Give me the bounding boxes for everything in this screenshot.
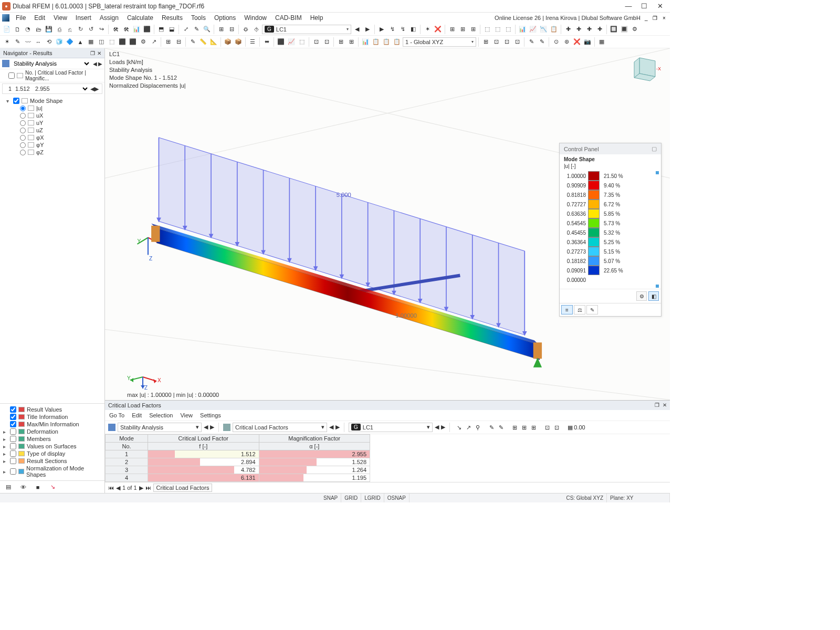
toolbar1-tail-18[interactable]: 📉 (539, 25, 548, 34)
mode-option-uy[interactable]: uY (2, 119, 102, 127)
analysis-next-button[interactable]: ▶ (98, 61, 102, 67)
results-menu-selection[interactable]: Selection (149, 412, 173, 418)
toolbar1-tail-5[interactable]: ✶ (423, 25, 432, 34)
toolbar1-tail-14[interactable]: ⬚ (503, 25, 513, 34)
toolbar2-tail-12[interactable]: 📷 (583, 37, 592, 47)
pager-last[interactable]: ⏭ (145, 485, 151, 491)
table-row[interactable]: 22.8941.528 (106, 458, 370, 466)
toolbar2-button-41[interactable]: 📋 (371, 37, 381, 47)
display-option-normalization-of-mode-shapes[interactable]: ▸Normalization of Mode Shapes (2, 465, 102, 478)
toolbar1-button-4[interactable]: 💾 (44, 25, 54, 34)
display-check[interactable] (10, 468, 16, 475)
toolbar1-tail-9[interactable]: ⊞ (458, 25, 467, 34)
control-panel-close-button[interactable]: ▢ (652, 145, 657, 152)
mode-selector-row[interactable]: 1 1.512 2.955 ◀▶ (2, 83, 102, 94)
navigator-close-button[interactable]: ✕ (97, 50, 101, 56)
mode-option-z[interactable]: φZ (2, 149, 102, 156)
mdi-restore-button[interactable]: ❐ (652, 14, 659, 22)
toolbar2-button-9[interactable]: ◫ (97, 37, 106, 47)
results-tool-0[interactable]: ↘ (454, 423, 464, 432)
display-option-values-on-surfaces[interactable]: ▸Values on Surfaces (2, 443, 102, 450)
toolbar1-tail-2[interactable]: ↯ (398, 25, 407, 34)
rp-lc-prev[interactable]: ◀ (435, 424, 439, 430)
mode-option-ux[interactable]: uX (2, 112, 102, 119)
toolbar1-button-6[interactable]: ⎌ (65, 25, 75, 34)
toolbar1-button-17[interactable]: ⬓ (167, 25, 176, 34)
toolbar2-button-1[interactable]: ✎ (13, 37, 22, 47)
toolbar2-button-24[interactable]: 📦 (234, 37, 243, 47)
results-tool-15[interactable]: 0.00 (575, 423, 584, 432)
toolbar1-button-3[interactable]: 🗁 (34, 25, 43, 34)
maximize-button[interactable]: ☐ (636, 1, 652, 12)
toolbar1-button-27[interactable]: ⯑ (251, 25, 261, 34)
toolbar2-tail-6[interactable]: ✎ (527, 37, 536, 47)
mode-option-uz[interactable]: uZ (2, 127, 102, 134)
mode-next-button[interactable]: ▶ (94, 86, 99, 92)
toolbar2-button-7[interactable]: ▲ (76, 37, 85, 47)
display-check[interactable] (10, 414, 16, 420)
toolbar1-button-20[interactable]: ✎ (192, 25, 201, 34)
toolbar2-button-17[interactable]: ⊟ (174, 37, 183, 47)
rp-analysis-dropdown[interactable]: Stability Analysis▾ (118, 423, 202, 432)
toolbar2-tail-3[interactable]: ⊡ (502, 37, 511, 47)
menu-assign[interactable]: Assign (96, 13, 123, 23)
toolbar1-tail-26[interactable]: 🔲 (609, 25, 618, 34)
toolbar1-tail-28[interactable]: ⚙ (630, 25, 639, 34)
legend-apply-button[interactable]: ◧ (648, 291, 659, 301)
toolbar1-button-8[interactable]: ↺ (86, 25, 96, 34)
minimize-button[interactable]: — (621, 1, 636, 12)
results-tool-12[interactable]: ⊡ (552, 423, 561, 432)
mdi-close-button[interactable]: × (660, 14, 668, 22)
toolbar2-button-26[interactable]: ☰ (248, 37, 257, 47)
toolbar2-button-3[interactable]: ↔ (34, 37, 43, 47)
toolbar1-tail-10[interactable]: ⊞ (468, 25, 478, 34)
pager-first[interactable]: ⏮ (108, 485, 114, 491)
toolbar1-tail-6[interactable]: ❌ (433, 25, 443, 34)
results-tool-5[interactable]: ✎ (496, 423, 506, 432)
toolbar2-tail-9[interactable]: ⊙ (551, 37, 561, 47)
mode-table-check[interactable] (8, 72, 15, 79)
nav-tab-camera-button[interactable]: ■ (33, 482, 43, 492)
status-snap[interactable]: SNAP (320, 494, 341, 502)
menu-view[interactable]: View (49, 13, 71, 23)
toolbar2-button-43[interactable]: 📋 (392, 37, 402, 47)
results-float-button[interactable]: ❐ (655, 402, 659, 408)
toolbar1-tail-8[interactable]: ⊞ (447, 25, 457, 34)
pager-prev[interactable]: ◀ (116, 485, 120, 491)
toolbar1-button-11[interactable]: 🛠 (111, 25, 120, 34)
menu-tools[interactable]: Tools (187, 13, 210, 23)
results-tool-11[interactable]: ⊡ (542, 423, 552, 432)
toolbar2-button-4[interactable]: ⟲ (44, 37, 54, 47)
display-option-max-min-information[interactable]: Max/Min Information (2, 421, 102, 428)
col-mf[interactable]: Magnification Factor (259, 435, 370, 443)
toolbar1-button-12[interactable]: 🛠 (121, 25, 131, 34)
rp-table-next[interactable]: ▶ (335, 424, 340, 430)
col-mode[interactable]: Mode (106, 435, 148, 443)
coord-system-dropdown[interactable]: 1 - Global XYZ▾ (403, 37, 476, 47)
toolbar1-button-14[interactable]: ⬛ (142, 25, 152, 34)
toolbar1-tail-24[interactable]: ✚ (595, 25, 604, 34)
mode-radio[interactable] (20, 128, 26, 133)
toolbar1-button-7[interactable]: ↻ (76, 25, 85, 34)
analysis-type-dropdown[interactable]: Stability Analysis (12, 60, 91, 67)
mdi-minimize-button[interactable]: _ (643, 14, 650, 22)
toolbar2-button-16[interactable]: ⊞ (163, 37, 173, 47)
legend-max-handle[interactable] (656, 171, 659, 174)
toolbar2-button-31[interactable]: 📈 (287, 37, 296, 47)
mode-radio[interactable] (20, 135, 26, 141)
menu-edit[interactable]: Edit (30, 13, 49, 23)
table-row[interactable]: 46.1311.195 (106, 474, 370, 482)
results-tool-2[interactable]: ⚲ (473, 423, 482, 432)
toolbar1-tail-19[interactable]: 📋 (549, 25, 559, 34)
results-menu-edit[interactable]: Edit (132, 412, 142, 418)
status-osnap[interactable]: OSNAP (384, 494, 410, 502)
toolbar2-button-42[interactable]: 📋 (382, 37, 391, 47)
mode-option-x[interactable]: φX (2, 134, 102, 141)
results-tool-4[interactable]: ✎ (487, 423, 496, 432)
toolbar1-button-24[interactable]: ⊟ (227, 25, 236, 34)
nav-tab-results-button[interactable]: ↘ (47, 482, 58, 492)
toolbar2-button-2[interactable]: 〰 (23, 37, 33, 47)
toolbar2-button-30[interactable]: ⬛ (276, 37, 286, 47)
toolbar2-button-35[interactable]: ⊡ (322, 37, 331, 47)
rp-lc-next[interactable]: ▶ (441, 424, 445, 430)
